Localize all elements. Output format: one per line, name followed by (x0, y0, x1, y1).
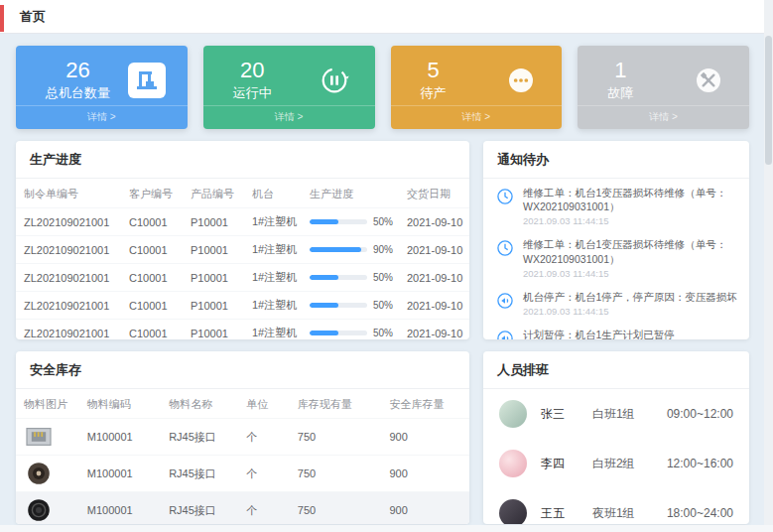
col-order-no: 制令单编号 (16, 179, 121, 208)
table-row: M100001 RJ45接口 个 750 900 (16, 456, 469, 492)
notification-item[interactable]: 机台停产：机台1停产，停产原因：变压器损坏 2021.09.03 11:44:1… (483, 283, 749, 321)
card-main: 5 待产 (401, 58, 553, 102)
notification-time: 2021.09.03 11:44:15 (523, 306, 737, 317)
inventory-table: 物料图片 物料编码 物料名称 单位 库存现有量 安全库存量 (16, 389, 469, 524)
cell-product: P10001 (183, 236, 244, 264)
cell-progress: 50% (302, 208, 399, 236)
card-main: 20 运行中 (213, 58, 365, 102)
card-text: 5 待产 (421, 58, 447, 102)
card-text: 26 总机台数量 (46, 58, 110, 102)
detail-link-fault[interactable]: 详情 > (578, 105, 749, 129)
cell-date: 2021-09-10 (399, 292, 469, 320)
notification-body: 机台停产：机台1停产，停产原因：变压器损坏 2021.09.03 11:44:1… (523, 290, 737, 317)
cell-date: 2021-09-10 (399, 320, 469, 340)
cell-code: M100001 (79, 492, 161, 525)
cell-product: P10001 (183, 320, 244, 340)
notification-item[interactable]: 维修工单：机台1变压器损坏待维修（单号：WX202109031001） 2021… (483, 179, 749, 230)
col-unit: 单位 (238, 389, 289, 419)
card-main: 1 故障 (587, 58, 739, 102)
speaker-icon (495, 329, 515, 339)
detail-link-running[interactable]: 详情 > (203, 105, 375, 129)
detail-link-total[interactable]: 详情 > (16, 105, 188, 129)
notification-time: 2021.09.03 11:44:15 (523, 215, 737, 226)
person-name: 王五 (541, 505, 579, 522)
detail-link-waiting[interactable]: 详情 > (391, 105, 563, 129)
rj45-connector-image (24, 425, 54, 449)
panels-grid: 生产进度 制令单编号 客户编号 产品编号 机台 生产进度 交货日期 (16, 141, 749, 524)
cell-image (16, 492, 79, 525)
stat-label-fault: 故障 (607, 84, 633, 102)
person-time: 09:00~12:00 (667, 407, 733, 421)
panel-title-notifications: 通知待办 (483, 141, 749, 179)
progress-label: 50% (373, 328, 393, 338)
stat-card-total-machines[interactable]: 26 总机台数量 详情 > (16, 46, 188, 129)
notification-item[interactable]: 计划暂停：机台1生产计划已暂停 2021.09.03 11:44:15 (483, 321, 749, 339)
col-product-no: 产品编号 (183, 179, 244, 208)
waiting-icon (502, 63, 540, 98)
stat-card-running[interactable]: 20 运行中 详情 > (203, 46, 375, 129)
cell-date: 2021-09-10 (399, 236, 469, 264)
panel-safety-inventory: 安全库存 物料图片 物料编码 物料名称 单位 库存现有量 安全库存量 (16, 351, 469, 524)
stat-label-running: 运行中 (233, 84, 272, 102)
cell-machine: 1#注塑机 (244, 320, 302, 340)
progress-bar (310, 331, 367, 335)
col-material-code: 物料编码 (79, 389, 161, 419)
cell-name: RJ45接口 (161, 419, 238, 456)
person-shift: 夜班1组 (592, 505, 653, 522)
horizontal-scrollbar[interactable] (0, 525, 773, 532)
cell-order: ZL202109021001 (16, 236, 121, 264)
table-row: ZL202109021001 C10001 P10001 1#注塑机 50% 2… (16, 292, 469, 320)
panel-title-inventory: 安全库存 (16, 351, 469, 389)
progress-label: 50% (373, 300, 393, 311)
notification-text: 维修工单：机台1变压器损坏待维修（单号：WX202109031001） (523, 237, 737, 265)
stat-value-fault: 1 (607, 58, 633, 82)
notification-text: 计划暂停：机台1生产计划已暂停 (523, 328, 675, 339)
fault-icon (690, 63, 727, 98)
cell-stock: 750 (290, 456, 382, 492)
table-row: ZL202109021001 C10001 P10001 1#注塑机 50% 2… (16, 208, 469, 236)
notification-item[interactable]: 维修工单：机台1变压器损坏待维修（单号：WX202109031001） 2021… (483, 230, 749, 282)
cell-progress: 50% (302, 320, 399, 340)
progress-label: 50% (373, 272, 393, 283)
cell-date: 2021-09-10 (399, 264, 469, 292)
table-row: ZL202109021001 C10001 P10001 1#注塑机 50% 2… (16, 264, 469, 292)
table-row: M100001 RJ45接口 个 750 900 (16, 492, 469, 525)
person-shift: 白班1组 (592, 406, 653, 423)
person-name: 张三 (541, 406, 579, 423)
table-row: M100001 RJ45接口 个 750 900 (16, 419, 469, 456)
cell-progress: 50% (302, 292, 399, 320)
cell-code: M100001 (79, 419, 161, 456)
cell-safety: 900 (381, 492, 469, 525)
stat-cards: 26 总机台数量 详情 > (16, 46, 749, 129)
col-material-image: 物料图片 (16, 389, 79, 419)
notification-text: 维修工单：机台1变压器损坏待维修（单号：WX202109031001） (523, 186, 737, 213)
vertical-scrollbar[interactable] (764, 0, 773, 532)
stat-value-total: 26 (46, 58, 110, 82)
cell-order: ZL202109021001 (16, 208, 121, 236)
panel-notifications: 通知待办 维修工单：机台1变压器损坏待维修（单号：WX202109031001）… (483, 141, 749, 339)
cell-unit: 个 (238, 492, 289, 525)
stat-label-waiting: 待产 (421, 84, 447, 102)
stat-card-fault[interactable]: 1 故障 详情 > (578, 46, 749, 129)
cell-customer: C10001 (121, 208, 183, 236)
stat-value-waiting: 5 (421, 58, 447, 82)
dashboard-root: 首页 26 总机台数量 (0, 0, 773, 524)
col-machine: 机台 (244, 179, 302, 208)
tab-home[interactable]: 首页 (20, 8, 46, 26)
cell-machine: 1#注塑机 (244, 208, 302, 236)
round-connector-image (24, 462, 54, 485)
stat-card-waiting[interactable]: 5 待产 详情 > (391, 46, 563, 129)
vertical-scrollbar-thumb[interactable] (765, 36, 772, 165)
schedule-row: 张三 白班1组 09:00~12:00 (483, 389, 749, 439)
progress-bar (310, 303, 367, 308)
notification-body: 计划暂停：机台1生产计划已暂停 2021.09.03 11:44:15 (523, 328, 675, 339)
cell-customer: C10001 (121, 236, 183, 264)
progress-bar (310, 219, 367, 224)
cell-name: RJ45接口 (161, 456, 238, 492)
table-row: ZL202109021001 C10001 P10001 1#注塑机 50% 2… (16, 320, 469, 340)
progress-bar (310, 275, 367, 280)
avatar (499, 400, 527, 428)
col-material-name: 物料名称 (161, 389, 238, 419)
card-main: 26 总机台数量 (26, 58, 178, 102)
topbar: 首页 (0, 0, 773, 34)
